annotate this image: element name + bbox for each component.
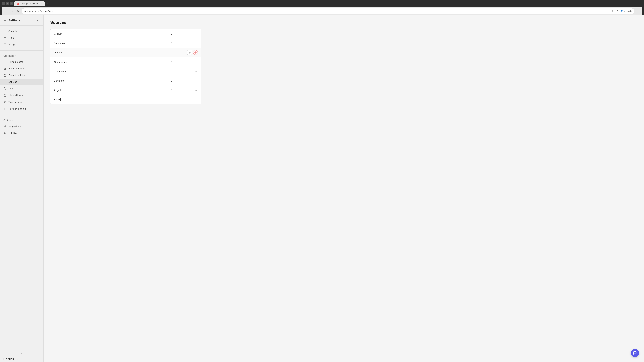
- sidebar-item-integrations[interactable]: Integrations: [0, 123, 44, 130]
- more-options-facebook[interactable]: ···: [195, 42, 198, 44]
- more-options-conference[interactable]: ···: [195, 61, 198, 63]
- sidebar-item-label-billing: Billing: [8, 43, 14, 46]
- more-options-coderstats[interactable]: ···: [195, 70, 198, 73]
- puzzle-icon: [3, 124, 7, 128]
- table-row: Facebook 0 ···: [50, 38, 201, 48]
- sidebar-item-tags[interactable]: Tags: [0, 85, 44, 92]
- more-options-angellist[interactable]: ···: [195, 89, 198, 91]
- circle-x-icon: [3, 94, 7, 97]
- source-count-facebook: 0: [171, 41, 184, 44]
- row-actions-dribbble: [184, 50, 198, 55]
- box-icon: [3, 36, 7, 39]
- bookmark-icon[interactable]: ☆: [610, 9, 614, 13]
- sidebar-title: Settings: [8, 19, 20, 22]
- edit-source-button[interactable]: [187, 50, 192, 55]
- sidebar-item-public-api[interactable]: Public API: [0, 130, 44, 136]
- row-actions-behance: ···: [184, 79, 198, 82]
- new-tab-button[interactable]: +: [45, 1, 50, 6]
- sidebar-item-plans[interactable]: Plans: [0, 34, 44, 41]
- source-name-github: GitHub: [54, 32, 171, 35]
- sidebar-item-label-plans: Plans: [8, 36, 14, 39]
- chevron-down-icon-2: ▾: [14, 119, 16, 121]
- sidebar-item-label-talent-clipper: Talent clipper: [8, 101, 22, 103]
- tab-favicon: H: [17, 2, 19, 5]
- source-name-facebook: Facebook: [54, 41, 171, 44]
- chevron-down-icon: ▾: [16, 55, 16, 57]
- chat-button[interactable]: [631, 349, 639, 357]
- source-name-coderstats: CoderStats: [54, 70, 171, 73]
- minimize-button[interactable]: —: [2, 2, 5, 5]
- more-options-github[interactable]: ···: [195, 32, 198, 35]
- sidebar-item-label-tags: Tags: [8, 87, 14, 90]
- source-name-dribbble: Dribbble: [54, 51, 171, 54]
- svg-point-21: [4, 101, 5, 102]
- sidebar-section-top: Security Plans Billing: [0, 26, 44, 50]
- scissors-icon: [3, 100, 7, 104]
- sidebar-item-label-event-templates: Event templates: [8, 74, 25, 77]
- sidebar-item-recently-deleted[interactable]: Recently deleted: [0, 105, 44, 112]
- svg-rect-14: [5, 81, 6, 82]
- tab-close-button[interactable]: ✕: [40, 2, 42, 5]
- page-title: Sources: [50, 20, 637, 25]
- incognito-badge[interactable]: 👤 Incognito: [620, 10, 632, 12]
- sidebar-item-label-email-templates: Email templates: [8, 67, 25, 70]
- reload-button[interactable]: ↻: [16, 9, 20, 13]
- row-actions-angellist: ···: [184, 89, 198, 91]
- circle-dots-icon: [3, 60, 7, 63]
- browser-menu-button[interactable]: ⋮: [636, 9, 640, 13]
- calendar-icon: [3, 73, 7, 77]
- more-options-behance[interactable]: ···: [195, 79, 198, 82]
- forward-nav-button[interactable]: →: [10, 9, 14, 13]
- sidebar-item-event-templates[interactable]: Event templates: [0, 72, 44, 79]
- envelope-icon: [3, 67, 7, 70]
- table-row: GitHub 0 ···: [50, 29, 201, 38]
- back-button[interactable]: ←: [3, 19, 6, 22]
- sidebar-item-security[interactable]: Security: [0, 28, 44, 34]
- sidebar-item-hiring-process[interactable]: Hiring process: [0, 58, 44, 65]
- source-count-coderstats: 0: [171, 70, 184, 73]
- svg-line-23: [4, 101, 6, 102]
- sidebar-item-sources[interactable]: Sources: [0, 79, 44, 85]
- sidebar-item-billing[interactable]: Billing: [0, 41, 44, 48]
- credit-card-icon: [3, 43, 7, 46]
- tab-title: Settings · Homerun: [20, 2, 38, 5]
- table-row-slack: Slack: [50, 95, 201, 104]
- sidebar-section-customize-header[interactable]: Customize ▾: [0, 118, 44, 123]
- svg-point-6: [5, 62, 5, 62]
- sidebar-item-label-security: Security: [8, 30, 17, 32]
- svg-point-17: [4, 88, 5, 88]
- close-button[interactable]: ✕: [10, 2, 13, 5]
- sidebar-section-customize: Customize ▾ Integrations Publ: [0, 116, 44, 138]
- source-name-slack: Slack: [54, 98, 184, 101]
- active-tab[interactable]: H Settings · Homerun ✕: [14, 1, 44, 6]
- svg-rect-2: [4, 44, 6, 45]
- sidebar-section-candidates-header[interactable]: Candidates ▾: [0, 53, 44, 58]
- sidebar-item-disqualification[interactable]: Disqualification: [0, 92, 44, 99]
- sidebar-item-email-templates[interactable]: Email templates: [0, 65, 44, 72]
- row-actions-coderstats: ···: [184, 70, 198, 73]
- sidebar-item-talent-clipper[interactable]: Talent clipper: [0, 99, 44, 105]
- homerun-logo-area: HOMERUN: [0, 355, 44, 362]
- url-display: app.homerun.co/settings/sources: [24, 10, 609, 12]
- sidebar-item-label-public-api: Public API: [8, 132, 19, 134]
- trash-icon: [3, 107, 7, 110]
- back-nav-button[interactable]: ←: [4, 9, 8, 13]
- sidebar-item-label-hiring-process: Hiring process: [8, 60, 23, 63]
- svg-point-7: [5, 62, 6, 62]
- sidebar-item-label-disqualification: Disqualification: [8, 94, 24, 97]
- table-row-dribbble: Dribbble 0: [50, 48, 201, 57]
- sidebar-item-label-sources: Sources: [8, 81, 17, 83]
- split-screen-icon[interactable]: ⊟: [616, 9, 620, 13]
- sidebar: ← Settings ▲ Security: [0, 15, 44, 362]
- sidebar-scroll-up[interactable]: ▲: [36, 18, 40, 23]
- table-row: Conference 0 ···: [50, 57, 201, 67]
- sidebar-item-label-integrations: Integrations: [8, 125, 21, 128]
- address-bar[interactable]: app.homerun.co/settings/sources ☆ ⊟ 👤 In…: [22, 8, 634, 14]
- sources-table: GitHub 0 ··· Facebook 0 ··· Dribbble 0: [50, 29, 201, 104]
- svg-rect-9: [4, 74, 6, 77]
- maximize-button[interactable]: □: [6, 2, 9, 5]
- delete-source-button[interactable]: [193, 50, 198, 55]
- svg-rect-26: [4, 108, 6, 110]
- table-row: CoderStats 0 ···: [50, 67, 201, 76]
- row-actions-facebook: ···: [184, 42, 198, 44]
